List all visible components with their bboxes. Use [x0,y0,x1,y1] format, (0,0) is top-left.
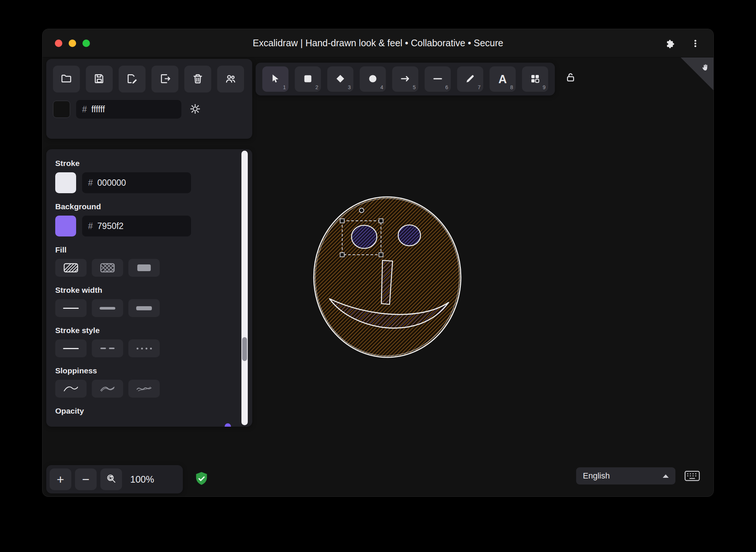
background-color-swatch[interactable] [55,216,76,236]
extra-bold-line-icon [136,306,152,310]
canvas-corner-fold[interactable] [681,57,713,92]
architect-squiggle-icon [63,383,79,394]
solid-line-icon [63,348,79,349]
resize-handle-nw [340,219,344,223]
stroke-style-solid-button[interactable] [55,339,87,357]
tool-shortcut: 8 [510,84,513,90]
tool-ellipse[interactable]: 4 [360,66,386,92]
keyboard-icon [684,470,700,483]
zoom-out-button[interactable]: − [75,468,97,490]
tool-toolbar-island: 1 2 3 4 5 6 7 A 8 [256,63,555,95]
left-eye[interactable] [352,225,377,248]
tool-rectangle[interactable]: 2 [295,66,321,92]
sloppiness-label: Sloppiness [55,366,243,375]
hash-prefix: # [88,221,93,231]
pencil-icon [465,73,476,85]
sloppiness-architect-button[interactable] [55,380,87,398]
export-button[interactable] [151,66,178,92]
fill-hachure-button[interactable] [55,259,87,277]
stroke-style-dashed-button[interactable] [92,339,123,357]
background-color-row: # [55,216,243,236]
overflow-menu-icon[interactable] [691,39,700,48]
resize-handle-ne [379,219,383,223]
tool-shortcut: 1 [283,84,286,90]
fill-solid-button[interactable] [128,259,160,277]
language-selected-value: English [583,471,610,481]
save-icon [93,73,105,86]
stroke-hex-input[interactable] [97,178,157,188]
keyboard-shortcuts-button[interactable] [684,470,700,483]
sun-icon [190,103,201,116]
collaborators-button[interactable] [217,66,244,92]
tool-shapes[interactable]: 9 [522,66,548,92]
line-icon [432,73,443,85]
tool-shortcut: 3 [348,84,351,90]
language-select[interactable]: English [576,467,675,484]
cross-hatch-icon [99,262,116,273]
hand-icon [701,63,710,73]
magnifier-reset-icon [106,472,116,487]
zoom-island: + − 100% [46,465,183,493]
trash-icon [192,73,204,86]
file-toolbar-island: # [46,59,252,139]
fill-crosshatch-button[interactable] [92,259,123,277]
diamond-icon [335,73,346,85]
open-button[interactable] [53,66,80,92]
save-as-icon [126,73,138,86]
titlebar-actions [666,29,700,57]
canvas-background-input[interactable] [91,104,151,115]
save-button[interactable] [86,66,113,92]
clear-canvas-button[interactable] [184,66,211,92]
stroke-hexbox: # [82,172,191,193]
panel-scrollbar-thumb[interactable] [242,337,247,361]
background-hex-input[interactable] [97,221,157,231]
tool-draw[interactable]: 7 [457,66,483,92]
minimize-window-button[interactable] [69,40,76,47]
stroke-width-options [55,299,243,317]
stroke-label: Stroke [55,159,243,168]
tool-line[interactable]: 6 [425,66,451,92]
solid-fill-icon [136,262,152,273]
encryption-shield-icon [195,471,208,488]
export-file-icon [159,73,171,86]
dashed-line-icon [100,348,115,349]
excalidraw-window: Excalidraw | Hand-drawn look & feel • Co… [43,29,713,496]
stroke-style-label: Stroke style [55,326,243,335]
zoom-reset-button[interactable] [100,468,122,490]
keep-tool-active-lock[interactable] [562,69,579,86]
panel-scrollbar[interactable] [241,151,248,425]
open-folder-icon [60,73,72,86]
stroke-style-dotted-button[interactable] [128,339,160,357]
opacity-slider-handle[interactable] [225,423,231,427]
window-title: Excalidraw | Hand-drawn look & feel • Co… [43,38,713,48]
tool-shortcut: 7 [478,84,481,90]
hash-prefix: # [88,178,93,188]
stroke-style-options [55,339,243,357]
canvas-background-swatch[interactable] [53,101,70,118]
properties-panel: Stroke # Background # Fill [46,149,252,427]
save-as-button[interactable] [119,66,146,92]
tool-shortcut: 9 [543,84,546,90]
stroke-width-extrabold-button[interactable] [128,299,160,317]
right-eye[interactable] [398,225,421,246]
zoom-in-button[interactable]: + [50,468,71,490]
sloppiness-artist-button[interactable] [92,380,123,398]
stroke-color-swatch[interactable] [55,172,76,193]
tool-arrow[interactable]: 5 [392,66,418,92]
stroke-width-thin-button[interactable] [55,299,87,317]
zoom-value: 100% [130,474,154,485]
cartoonist-squiggle-icon [136,383,152,394]
sloppiness-cartoonist-button[interactable] [128,380,160,398]
tool-diamond[interactable]: 3 [327,66,353,92]
close-window-button[interactable] [55,40,62,47]
arrow-icon [400,73,411,85]
background-label: Background [55,202,243,211]
smiley-face[interactable] [313,196,462,358]
chevron-up-icon [663,474,669,478]
stroke-width-bold-button[interactable] [92,299,123,317]
theme-toggle-button[interactable] [190,103,201,116]
tool-selection[interactable]: 1 [262,66,288,92]
tool-text[interactable]: A 8 [490,66,516,92]
zoom-window-button[interactable] [82,40,90,47]
extensions-puzzle-icon[interactable] [666,38,676,48]
